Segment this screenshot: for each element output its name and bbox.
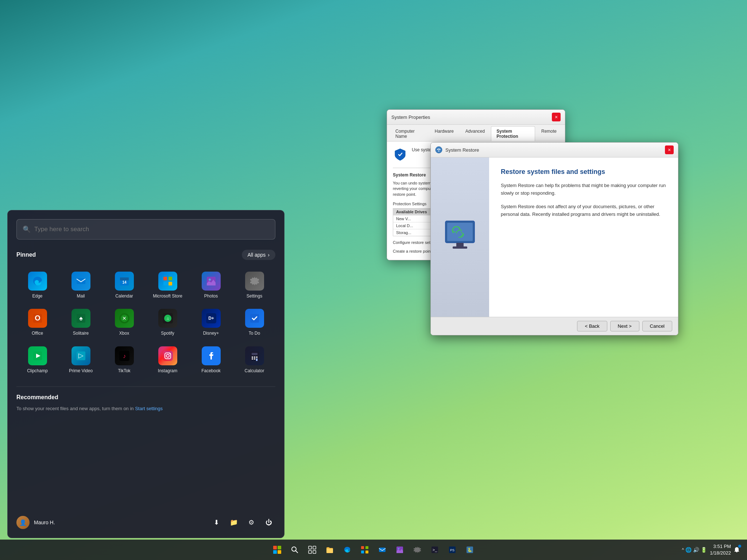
svg-rect-53 [278,550,281,554]
prime-video-icon: ▷ [71,346,90,365]
app-disney-plus[interactable]: D+ Disney+ [190,304,232,340]
shield-icon [393,147,407,162]
settings-action-button[interactable]: ⚙ [245,516,258,529]
network-icon[interactable]: 🌐 [685,547,692,553]
pinned-title: Pinned [16,252,36,258]
chevron-icon[interactable]: ^ [682,547,684,552]
terminal-taskbar-button[interactable]: >_ [427,542,443,558]
dialog-title: System Properties [391,114,430,120]
svg-rect-62 [361,551,364,553]
tab-remote[interactable]: Remote [536,126,562,141]
svg-rect-14 [169,282,172,285]
svg-point-40 [169,353,170,354]
volume-icon[interactable]: 🔊 [693,547,699,553]
edge-label: Edge [32,293,42,299]
todo-label: To Do [249,331,260,336]
task-view-button[interactable] [304,542,320,558]
user-avatar: 👤 [16,516,30,529]
spotify-label: Spotify [161,331,174,336]
svg-rect-61 [365,546,368,549]
wizard-content: Restore system files and settings System… [489,158,678,317]
taskbar-center: >_ PS 🐍 [269,542,478,558]
system-restore-wizard: System Restore × [430,142,678,335]
app-photos[interactable]: Photos [190,267,232,303]
app-calendar[interactable]: 14 Calendar [103,267,145,303]
dialog-close-button[interactable]: × [552,113,561,121]
store-taskbar-button[interactable] [357,542,373,558]
spotify-icon: ♫ [158,309,177,328]
user-info[interactable]: 👤 Mauro H. [16,516,55,529]
download-action-button[interactable]: ⬇ [210,516,223,529]
search-bar[interactable]: 🔍 [16,219,275,240]
apps-grid: Edge Mail 14 Calendar Microsoft Store [16,267,275,378]
app-solitaire[interactable]: ♠ Solitaire [60,304,102,340]
mail-taskbar-button[interactable] [374,542,390,558]
notification-area[interactable] [734,542,741,558]
folder-action-button[interactable]: 📁 [227,516,240,529]
app-calculator[interactable]: Calculator [233,342,275,378]
user-actions: ⬇ 📁 ⚙ ⏻ [210,516,275,529]
user-section: 👤 Mauro H. ⬇ 📁 ⚙ ⏻ [16,516,275,529]
start-settings-link[interactable]: Start settings [135,406,163,411]
tab-hardware[interactable]: Hardware [429,126,459,141]
taskbar: >_ PS 🐍 ^ 🌐 🔊 🔋 3:51 PM 1/18/2022 [0,540,747,560]
svg-rect-57 [313,546,316,549]
next-button[interactable]: Next > [610,321,639,331]
svg-rect-13 [163,282,167,285]
prime-video-label: Prime Video [69,368,93,373]
wizard-titlebar: System Restore × [431,143,678,158]
edge-taskbar-button[interactable] [339,542,355,558]
svg-line-55 [296,551,298,553]
system-tray: ^ 🌐 🔊 🔋 [682,547,707,553]
app-todo[interactable]: To Do [233,304,275,340]
photos-taskbar-button[interactable] [392,542,408,558]
app-instagram[interactable]: Instagram [147,342,189,378]
svg-rect-44 [252,357,253,358]
app-prime-video[interactable]: ▷ Prime Video [60,342,102,378]
app-office[interactable]: O Office [16,304,58,340]
svg-rect-47 [252,358,253,359]
mail-icon [71,272,90,291]
taskbar-right: ^ 🌐 🔊 🔋 3:51 PM 1/18/2022 [682,542,747,558]
tab-advanced[interactable]: Advanced [460,126,490,141]
calendar-icon: 14 [115,272,134,291]
python-taskbar-button[interactable]: 🐍 [462,542,478,558]
app-clipchamp[interactable]: Clipchamp [16,342,58,378]
computer-illustration [438,214,482,261]
all-apps-button[interactable]: All apps › [242,250,275,260]
svg-text:♫: ♫ [166,316,169,320]
tab-computer-name[interactable]: Computer Name [390,126,429,141]
app-facebook[interactable]: Facebook [190,342,232,378]
dialog-tabs: Computer Name Hardware Advanced System P… [387,125,565,141]
notification-badge [738,545,741,548]
search-input[interactable] [34,226,269,233]
svg-rect-60 [361,546,364,549]
svg-rect-52 [273,550,277,554]
file-explorer-button[interactable] [322,542,338,558]
svg-point-16 [209,279,211,281]
cancel-button[interactable]: Cancel [642,321,672,331]
app-ms-store[interactable]: Microsoft Store [147,267,189,303]
svg-rect-50 [273,546,277,549]
app-tiktok[interactable]: ♪ TikTok [103,342,145,378]
app-settings[interactable]: Settings [233,267,275,303]
app-edge[interactable]: Edge [16,267,58,303]
back-button[interactable]: < Back [577,321,607,331]
app-xbox[interactable]: ✕ Xbox [103,304,145,340]
svg-rect-4 [456,243,464,246]
battery-icon[interactable]: 🔋 [701,547,707,553]
power-action-button[interactable]: ⏻ [262,516,275,529]
mail-label: Mail [77,293,85,299]
wizard-close-button[interactable]: × [665,145,674,154]
start-button[interactable] [269,542,285,558]
settings-taskbar-button[interactable] [409,542,425,558]
taskbar-time-display[interactable]: 3:51 PM 1/18/2022 [710,543,731,556]
powershell-taskbar-button[interactable]: PS [444,542,460,558]
tab-system-protection[interactable]: System Protection [491,126,535,141]
app-spotify[interactable]: ♫ Spotify [147,304,189,340]
svg-rect-49 [256,358,258,361]
wizard-illustration [431,158,489,317]
taskbar-date: 1/18/2022 [710,550,731,556]
search-taskbar-button[interactable] [287,542,303,558]
app-mail[interactable]: Mail [60,267,102,303]
